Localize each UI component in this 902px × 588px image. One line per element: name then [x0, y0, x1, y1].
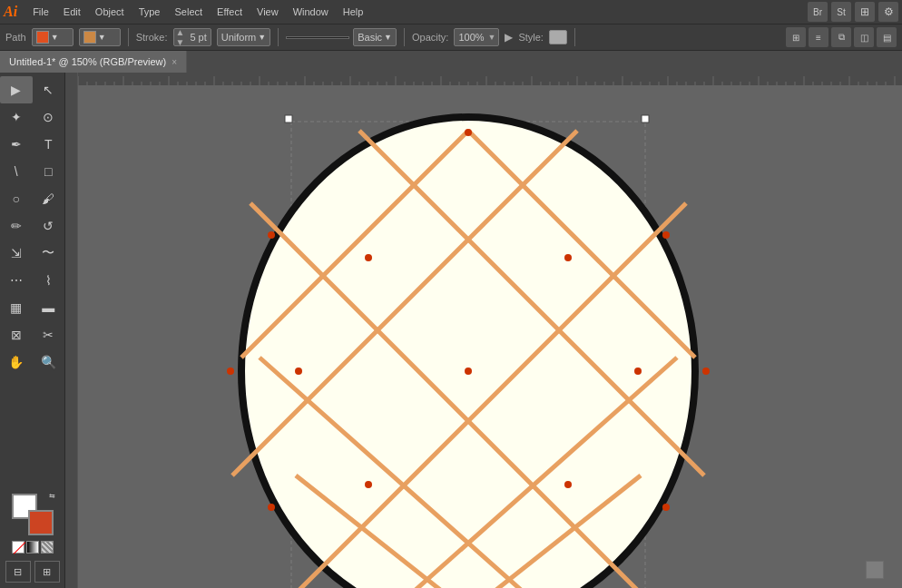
line-tool[interactable]: \ [0, 158, 33, 185]
type-tool[interactable]: T [33, 131, 65, 158]
divider-4 [574, 28, 575, 46]
none-swatch[interactable] [12, 541, 25, 554]
pen-tool[interactable]: ✒ [0, 131, 33, 158]
lasso-tool[interactable]: ⊙ [33, 103, 65, 131]
anchor-4[interactable] [662, 504, 670, 511]
inner-anchor-5[interactable] [295, 368, 302, 375]
canvas-area[interactable] [65, 73, 902, 588]
main-area: ▶ ↖ ✦ ⊙ ✒ T \ □ ○ 🖌 ✏ ↺ ⇲ 〜 ⋯ ⌇ [0, 73, 902, 588]
top-right-icons: Br St ⊞ ⚙ [808, 2, 898, 22]
rotate-tool[interactable]: ↺ [33, 212, 65, 240]
menu-file[interactable]: File [26, 5, 55, 19]
color-area: ⇆ [0, 488, 64, 559]
mask-button[interactable]: ⊟ [5, 561, 31, 583]
anchor-2[interactable] [662, 231, 670, 239]
blend-tool[interactable]: ⋯ [0, 267, 33, 294]
magic-wand-tool[interactable]: ✦ [0, 103, 33, 131]
transform-icon[interactable]: ⧉ [831, 27, 851, 47]
pathfinder-icon[interactable]: ◫ [854, 27, 874, 47]
slice-tool[interactable]: ⊠ [0, 321, 33, 348]
anchor-7[interactable] [227, 368, 234, 375]
rect-tool[interactable]: □ [33, 158, 65, 185]
more-options-icon[interactable]: ▶ [505, 31, 513, 44]
fill-selector[interactable]: ▼ [32, 28, 74, 46]
stroke-value[interactable]: 5 pt [186, 32, 210, 43]
pattern-swatch[interactable] [41, 541, 54, 554]
main-circle [241, 117, 695, 588]
tab-close-button[interactable]: × [172, 57, 177, 67]
style-swatch[interactable] [549, 30, 567, 44]
scissors-tool[interactable]: ✂ [33, 321, 65, 348]
divider-3 [404, 28, 405, 46]
inner-anchor-3[interactable] [564, 481, 572, 488]
stroke-type-dropdown[interactable]: Uniform ▼ [217, 28, 270, 46]
gradient-tool[interactable]: ▦ [0, 294, 33, 321]
tab-title: Untitled-1* @ 150% (RGB/Preview) [9, 56, 166, 67]
anchor-1[interactable] [465, 129, 472, 136]
inner-anchor-6[interactable] [365, 254, 372, 261]
menu-window[interactable]: Window [287, 5, 335, 19]
select-tool[interactable]: ▶ [0, 76, 33, 103]
isolation-button[interactable]: ⊞ [34, 561, 60, 583]
chart-icon[interactable]: ▤ [877, 27, 897, 47]
anchor-handle-tr[interactable] [642, 115, 649, 122]
artwork-svg [151, 85, 786, 588]
divider-2 [278, 28, 279, 46]
swap-colors-icon[interactable]: ⇆ [49, 492, 55, 500]
menu-bar: Ai File Edit Object Type Select Effect V… [0, 0, 902, 24]
anchor-6[interactable] [268, 504, 275, 511]
workspace-icon[interactable]: ⚙ [878, 2, 898, 22]
inner-anchor-1[interactable] [564, 254, 572, 261]
ruler-left [65, 73, 78, 588]
opacity-value[interactable]: 100% [455, 32, 487, 43]
ellipse-tool[interactable]: ○ [0, 185, 33, 212]
anchor-8[interactable] [268, 231, 275, 239]
tab-bar: Untitled-1* @ 150% (RGB/Preview) × [0, 51, 902, 73]
control-bar: Path ▼ ▼ Stroke: ▲▼ 5 pt Uniform ▼ Basic… [0, 24, 902, 51]
pencil-tool[interactable]: ✏ [0, 212, 33, 240]
eyedropper-tool[interactable]: ⌇ [33, 267, 65, 294]
gradient-swatch[interactable] [26, 541, 39, 554]
grid-switcher-icon[interactable]: ⊞ [855, 2, 875, 22]
distribute-icon[interactable]: ≡ [809, 27, 828, 47]
menu-object[interactable]: Object [89, 5, 131, 19]
menu-effect[interactable]: Effect [211, 5, 249, 19]
canvas-watermark [866, 561, 884, 579]
canvas-content[interactable] [78, 85, 902, 588]
zoom-tool[interactable]: 🔍 [33, 348, 65, 376]
menu-select[interactable]: Select [168, 5, 209, 19]
path-label: Path [5, 32, 26, 43]
stroke-color-selector[interactable]: ▼ [79, 28, 121, 46]
app-logo: Ai [4, 4, 17, 20]
direct-select-tool[interactable]: ↖ [33, 76, 65, 103]
menu-edit[interactable]: Edit [57, 5, 87, 19]
br-icon[interactable]: Br [808, 2, 828, 22]
inner-anchor-2[interactable] [634, 368, 642, 375]
st-icon[interactable]: St [831, 2, 851, 22]
foreground-swatch[interactable] [28, 510, 54, 535]
graph-tool[interactable]: ▬ [33, 294, 65, 321]
menu-type[interactable]: Type [132, 5, 167, 19]
document-tab[interactable]: Untitled-1* @ 150% (RGB/Preview) × [0, 51, 187, 73]
inner-anchor-4[interactable] [365, 481, 372, 488]
divider-1 [128, 28, 129, 46]
line-style-dropdown[interactable]: Basic ▼ [353, 28, 397, 46]
paintbrush-tool[interactable]: 🖌 [33, 185, 65, 212]
menu-view[interactable]: View [250, 5, 285, 19]
hand-tool[interactable]: ✋ [0, 348, 33, 376]
anchor-handle-tl[interactable] [285, 115, 292, 122]
center-anchor[interactable] [465, 368, 472, 375]
left-toolbar: ▶ ↖ ✦ ⊙ ✒ T \ □ ○ 🖌 ✏ ↺ ⇲ 〜 ⋯ ⌇ [0, 73, 65, 588]
ruler-top [78, 73, 902, 85]
opacity-label: Opacity: [412, 32, 448, 43]
align-icon[interactable]: ⊞ [786, 27, 806, 47]
scale-tool[interactable]: ⇲ [0, 240, 33, 267]
warp-tool[interactable]: 〜 [33, 240, 65, 267]
style-label: Style: [518, 32, 544, 43]
menu-help[interactable]: Help [337, 5, 370, 19]
anchor-3[interactable] [702, 368, 710, 375]
stroke-label: Stroke: [136, 32, 168, 43]
svg-rect-0 [78, 73, 902, 85]
